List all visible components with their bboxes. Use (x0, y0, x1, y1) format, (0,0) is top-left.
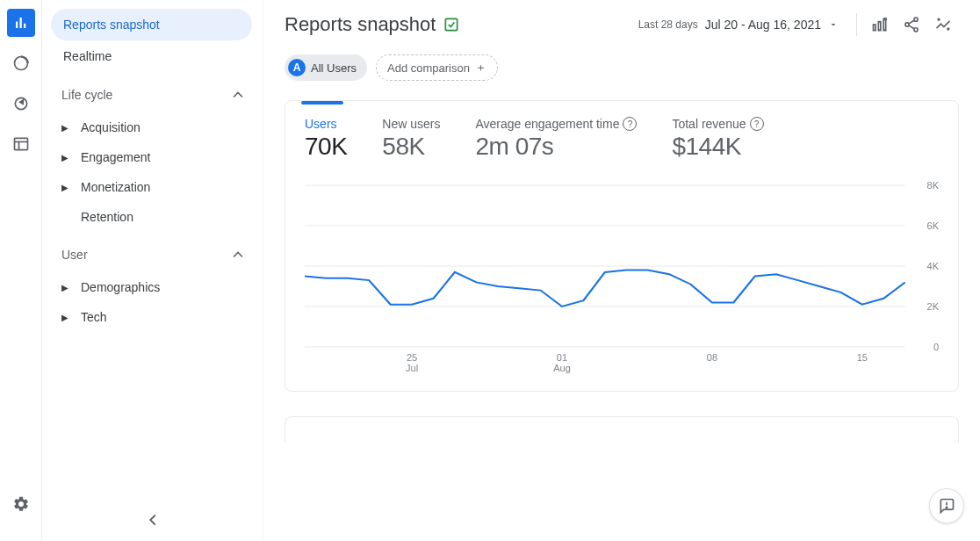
metric-value: $144K (672, 133, 763, 161)
customize-report-icon[interactable] (864, 9, 896, 40)
metric-value: 2m 07s (475, 133, 637, 161)
metric-users[interactable]: Users 70K (305, 117, 347, 161)
metric-label-text: Total revenue (672, 117, 746, 131)
caret-right-icon: ▶ (61, 313, 68, 322)
date-prefix: Last 28 days (638, 18, 698, 31)
help-icon[interactable]: ? (623, 117, 637, 131)
chevron-up-icon (229, 86, 247, 104)
page-title: Reports snapshot (285, 13, 436, 36)
main: Reports snapshot Last 28 days Jul 20 - A… (263, 0, 980, 541)
content-scroll[interactable]: Users 70K New users 58K Average engageme… (263, 93, 980, 541)
active-metric-indicator (301, 101, 343, 105)
nav-engagement[interactable]: ▶ Engagement (56, 142, 252, 172)
share-icon[interactable] (896, 9, 927, 40)
metric-avg-engagement[interactable]: Average engagement time ? 2m 07s (475, 117, 637, 161)
x-tick-label: 01Aug (553, 352, 571, 373)
metric-label: Average engagement time ? (475, 117, 637, 131)
feedback-button[interactable] (929, 488, 964, 523)
svg-point-19 (948, 28, 949, 30)
nav-label: Realtime (63, 49, 112, 63)
chip-all-users[interactable]: A All Users (285, 54, 367, 81)
topbar: Reports snapshot Last 28 days Jul 20 - A… (263, 0, 980, 49)
chip-label: Add comparison (387, 61, 470, 75)
metric-new-users[interactable]: New users 58K (382, 117, 440, 161)
date-range-text: Jul 20 - Aug 16, 2021 (705, 18, 821, 32)
rail-realtime-icon[interactable] (7, 49, 35, 77)
rail-explore-icon[interactable] (7, 90, 35, 118)
metric-total-revenue[interactable]: Total revenue ? $144K (672, 117, 763, 161)
metric-label: New users (382, 117, 440, 131)
collapse-sidebar-button[interactable] (143, 510, 162, 534)
nav-reports-snapshot[interactable]: Reports snapshot (51, 9, 252, 40)
caret-right-icon: ▶ (61, 153, 68, 162)
svg-rect-10 (874, 25, 876, 31)
chevron-up-icon (229, 246, 247, 263)
overview-card: Users 70K New users 58K Average engageme… (285, 100, 959, 392)
section-user[interactable]: User (56, 237, 252, 272)
y-tick-label: 6K (927, 220, 939, 231)
help-icon[interactable]: ? (750, 117, 764, 131)
comparison-chips-row: A All Users Add comparison ＋ (263, 49, 980, 93)
section-lifecycle[interactable]: Life cycle (56, 77, 252, 112)
x-tick-label: 15 (857, 352, 868, 363)
svg-rect-5 (14, 138, 27, 149)
verified-icon (443, 16, 460, 33)
nav-label: Engagement (81, 150, 150, 164)
nav-realtime[interactable]: Realtime (51, 40, 252, 72)
svg-rect-2 (24, 24, 25, 28)
y-tick-label: 2K (927, 301, 939, 312)
rail-reports-icon[interactable] (7, 9, 35, 37)
section-label: User (61, 248, 88, 262)
nav-tech[interactable]: ▶ Tech (56, 302, 252, 332)
date-range-picker[interactable]: Last 28 days Jul 20 - Aug 16, 2021 (638, 18, 839, 32)
add-comparison-button[interactable]: Add comparison ＋ (376, 54, 498, 81)
svg-rect-8 (446, 18, 458, 30)
plus-icon: ＋ (475, 60, 486, 76)
nav-label: Retention (81, 210, 133, 224)
nav-retention[interactable]: Retention (56, 202, 252, 232)
x-tick-label: 08 (707, 352, 717, 363)
svg-rect-11 (878, 22, 881, 31)
metric-value: 58K (382, 133, 440, 161)
insights-icon[interactable] (927, 9, 959, 40)
y-tick-label: 8K (927, 180, 939, 191)
nav-monetization[interactable]: ▶ Monetization (56, 172, 252, 202)
svg-point-26 (946, 507, 947, 508)
caret-down-icon (828, 19, 839, 30)
metric-label: Users (305, 117, 347, 131)
svg-line-17 (909, 25, 915, 29)
nav-label: Tech (81, 310, 107, 324)
svg-rect-0 (16, 22, 18, 29)
chip-badge: A (288, 59, 306, 76)
nav-label: Monetization (81, 180, 150, 194)
nav-label: Acquisition (81, 120, 141, 134)
left-rail (0, 0, 42, 541)
metric-label: Total revenue ? (672, 117, 763, 131)
metric-value: 70K (305, 133, 347, 161)
svg-line-16 (909, 20, 915, 24)
y-tick-label: 4K (927, 261, 939, 271)
sidebar: Reports snapshot Realtime Life cycle ▶ A… (42, 0, 263, 541)
nav-label: Reports snapshot (63, 18, 160, 32)
y-tick-label: 0 (933, 342, 939, 352)
caret-right-icon: ▶ (61, 183, 68, 192)
section-label: Life cycle (61, 88, 112, 102)
x-tick-label: 25Jul (406, 352, 418, 373)
metric-label-text: Average engagement time (475, 117, 619, 131)
nav-label: Demographics (81, 280, 160, 294)
svg-point-18 (938, 18, 940, 20)
svg-marker-9 (832, 24, 836, 26)
divider (856, 13, 857, 36)
settings-icon[interactable] (7, 490, 35, 518)
next-card-stub (285, 416, 959, 443)
nav-acquisition[interactable]: ▶ Acquisition (56, 112, 252, 142)
svg-rect-1 (19, 18, 21, 28)
nav-demographics[interactable]: ▶ Demographics (56, 272, 252, 302)
caret-right-icon: ▶ (61, 283, 68, 292)
rail-library-icon[interactable] (7, 130, 35, 158)
caret-right-icon: ▶ (61, 123, 68, 133)
metrics-row: Users 70K New users 58K Average engageme… (305, 117, 939, 161)
users-chart: 02K4K6K8K25Jul01Aug0815 (305, 180, 939, 373)
chip-label: All Users (311, 61, 357, 75)
